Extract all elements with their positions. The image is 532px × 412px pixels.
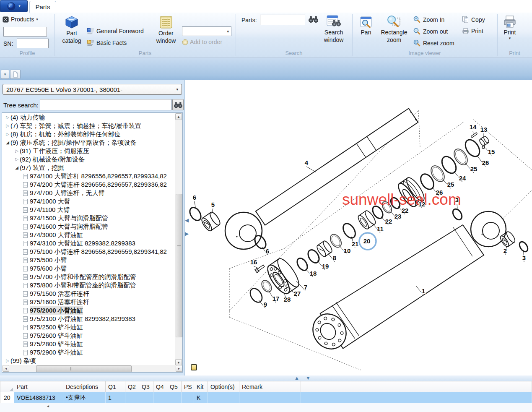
part-callout[interactable]: 1	[422, 287, 425, 295]
part-callout[interactable]: 22	[402, 207, 409, 214]
table-cell[interactable]	[125, 392, 139, 403]
print-button[interactable]: Print ▾	[499, 15, 521, 40]
part-callout[interactable]: 25	[470, 165, 478, 172]
part-callout[interactable]: 5	[211, 201, 215, 208]
prev-figure-icon[interactable]: ◀	[185, 217, 189, 223]
ribbon-tab-parts[interactable]: Parts	[29, 1, 56, 13]
tree-item[interactable]: ▷(4) 动力传输	[2, 113, 176, 122]
table-cell[interactable]	[208, 392, 239, 403]
part-callout[interactable]: 10	[344, 247, 351, 254]
tree-item[interactable]: 975/1500 活塞杆连杆	[2, 289, 176, 298]
tree-search-go-button[interactable]	[172, 99, 184, 110]
zoom-in-button[interactable]: + Zoom In	[413, 16, 444, 23]
table-cell[interactable]	[153, 392, 167, 403]
application-menu-button[interactable]: ▾	[0, 0, 28, 12]
next-figure-icon[interactable]: ▶	[185, 231, 189, 237]
products-button[interactable]: Products ▾	[3, 16, 38, 23]
profile-input[interactable]	[3, 27, 47, 37]
part-callout[interactable]: 13	[480, 126, 488, 133]
basic-facts-button[interactable]: Basic Facts	[87, 39, 127, 46]
figure-marker[interactable]	[191, 364, 197, 370]
tree-item[interactable]: ▷(91) 工作液压；伺服液压	[2, 147, 176, 155]
column-header[interactable]: Kit	[194, 381, 208, 392]
part-callout[interactable]: 26	[482, 159, 489, 166]
part-callout[interactable]: 28	[284, 296, 291, 303]
tree-item[interactable]: 975/800 小臂和带配管座的润滑脂配管	[2, 281, 176, 289]
part-callout[interactable]: 17	[272, 295, 280, 302]
tree-item[interactable]: 974/1100 大臂	[2, 206, 176, 214]
part-catalog-button[interactable]: Part catalog	[59, 15, 85, 44]
column-header[interactable]: Option(s)	[208, 381, 239, 392]
search-window-button[interactable]: Search window	[320, 14, 347, 44]
part-callout[interactable]: 27	[294, 290, 301, 297]
part-callout[interactable]: 18	[310, 270, 317, 277]
tree-item[interactable]: 974/1500 大臂与润滑脂配管	[2, 214, 176, 222]
column-header[interactable]: Q5	[167, 381, 182, 392]
tree-item[interactable]: 974/1000 大臂	[2, 197, 176, 206]
part-callout[interactable]: 24	[459, 175, 466, 182]
general-foreword-button[interactable]: General Foreword	[87, 28, 144, 34]
column-header[interactable]: Q1	[106, 381, 125, 392]
tree-item[interactable]: ▷(8) 机房；机舱；外部装饰部件任何部位	[2, 130, 176, 138]
tree-item[interactable]: ◢(97) 装置，挖掘	[2, 164, 176, 172]
expander-icon[interactable]: ▷	[14, 147, 20, 155]
scroll-left-icon[interactable]: ◂	[3, 365, 9, 372]
row-number[interactable]: 20	[0, 392, 14, 403]
tree-item[interactable]: ◢(9) 液压系统；挖掘/操作/平路设备；杂项设备	[2, 138, 176, 147]
tree-vertical-scrollbar[interactable]: ▲ ▼	[175, 113, 182, 366]
expander-icon[interactable]: ▷	[5, 357, 10, 365]
part-callout[interactable]: 2	[503, 247, 507, 254]
tree-item[interactable]: ▷(7) 车架；弹簧；减震；轴悬挂；车轮/履带装置	[2, 122, 176, 130]
tree-search-input[interactable]	[40, 99, 171, 110]
reset-zoom-button[interactable]: 0 Reset zoom	[413, 39, 454, 47]
tree-item[interactable]: 975/100 小臂连杆 8296558,8296559,8299341,82	[2, 248, 176, 256]
table-row[interactable]: 20VOE14883713•支撑环1K	[0, 392, 532, 403]
rectangle-zoom-button[interactable]: Rectangle zoom	[376, 15, 412, 44]
scroll-up-icon[interactable]: ▲	[175, 113, 182, 120]
part-callout[interactable]: 23	[394, 213, 402, 220]
part-callout[interactable]: 25	[447, 181, 454, 188]
expander-icon[interactable]: ▷	[14, 155, 20, 164]
part-callout[interactable]: 3	[455, 196, 459, 203]
table-cell[interactable]: VOE14883713	[14, 392, 63, 403]
tree-item[interactable]: 974/100 大臂连杆 8296556,8296557,8299334,82	[2, 172, 176, 180]
part-callout[interactable]: 7	[304, 284, 307, 291]
column-header[interactable]: Q2	[125, 381, 139, 392]
image-viewer[interactable]: sunwell-seal.com 46561691728277181981021…	[184, 80, 532, 375]
add-to-order-button[interactable]: Add to order	[182, 39, 222, 45]
part-callout[interactable]: 22	[385, 218, 392, 225]
tree-horizontal-scrollbar[interactable]: ◂ ▸	[3, 365, 182, 372]
part-callout[interactable]: 3	[522, 254, 526, 261]
expander-icon[interactable]: ◢	[5, 138, 10, 147]
expander-icon[interactable]: ▷	[5, 113, 10, 122]
selected-part-callout[interactable]: 20	[363, 237, 371, 245]
column-header[interactable]: Part	[14, 381, 63, 392]
tab-list-button[interactable]: ▾	[1, 70, 9, 79]
part-callout[interactable]: 6	[266, 248, 269, 255]
part-callout[interactable]: 4	[305, 159, 309, 166]
order-window-button[interactable]: Order window	[153, 15, 179, 44]
tree-item[interactable]: ▷(92) 机械设备/附加设备	[2, 155, 176, 164]
expander-icon[interactable]: ◢	[14, 164, 20, 172]
part-callout[interactable]: 16	[250, 258, 257, 266]
tree-item[interactable]: 975/2100 小臂油缸 8299382,8299383	[2, 315, 176, 323]
sn-input[interactable]	[17, 39, 49, 48]
tree-item[interactable]: 974/1600 大臂与润滑脂配管	[2, 222, 176, 231]
part-callout[interactable]: 12	[418, 201, 426, 208]
table-cell[interactable]: 1	[106, 392, 125, 403]
tree-item[interactable]: 975/600 小臂	[2, 264, 176, 273]
table-scroll-left-icon[interactable]: ◂	[47, 404, 49, 408]
column-header[interactable]: Remark	[239, 381, 301, 392]
tree-item[interactable]: 975/500 小臂	[2, 256, 176, 264]
part-callout[interactable]: 19	[322, 263, 329, 270]
column-header[interactable]: Descriptions	[63, 381, 106, 392]
tree-item[interactable]: 975/2600 铲斗油缸	[2, 331, 176, 340]
pan-button[interactable]: Pan	[356, 15, 376, 36]
table-cell[interactable]	[239, 392, 301, 403]
table-cell[interactable]: K	[194, 392, 208, 403]
table-cell[interactable]: •支撑环	[63, 392, 106, 403]
tree-item[interactable]: 974/3000 大臂油缸	[2, 231, 176, 239]
splitter-down-icon[interactable]: ▼	[306, 375, 311, 381]
splitter-bar[interactable]: ▲ ▼	[0, 375, 532, 381]
tree-item[interactable]: 975/2000 小臂油缸	[2, 306, 176, 315]
